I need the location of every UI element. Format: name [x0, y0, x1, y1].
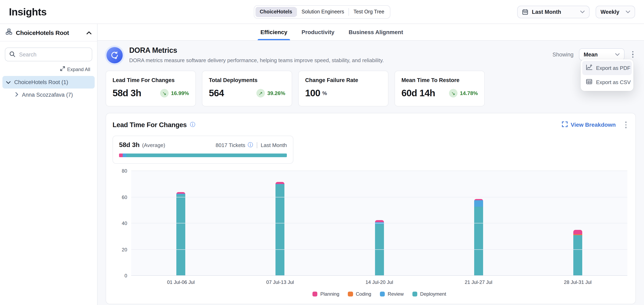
aggregation-value: Mean	[584, 51, 598, 57]
date-range-select[interactable]: Last Month	[517, 5, 590, 18]
phase-progress-bar	[119, 154, 287, 157]
progress-segment-deployment	[126, 154, 287, 157]
chart-legend: PlanningCodingReviewDeployment	[131, 291, 627, 297]
tab-productivity[interactable]: Productivity	[302, 24, 334, 40]
y-tick-label: 0	[112, 273, 127, 279]
top-bar: Insights ChoiceHotels Solution Engineers…	[0, 0, 644, 24]
search-input[interactable]	[5, 47, 92, 61]
bar-segment-planning	[176, 192, 185, 194]
chart-title: Lead Time For Changes	[112, 121, 187, 129]
bar-slot	[429, 171, 528, 276]
calendar-icon	[522, 9, 528, 15]
showing-label: Showing	[552, 51, 574, 57]
legend-item-deployment: Deployment	[412, 291, 446, 297]
legend-label: Planning	[320, 291, 339, 297]
stacked-bar	[276, 182, 284, 276]
expand-all-label: Expand All	[67, 66, 90, 72]
stacked-bar	[375, 220, 384, 276]
org-tab-choicehotels[interactable]: ChoiceHotels	[255, 7, 296, 17]
insights-app: Insights ChoiceHotels Solution Engineers…	[0, 0, 644, 305]
view-breakdown-button[interactable]: View Breakdown	[562, 121, 616, 128]
card-total-deployments: Total Deployments 564 ↗ 39.26%	[202, 71, 292, 106]
main-tab-bar: Efficiency Productivity Business Alignme…	[98, 24, 644, 41]
gridline	[131, 171, 627, 171]
info-icon[interactable]: ⓘ	[190, 121, 195, 129]
progress-segment-planning	[119, 154, 122, 157]
plot-area: 020406080	[131, 171, 627, 276]
bar-slot	[528, 171, 627, 276]
bar-segment-deployment	[276, 184, 284, 276]
collapse-sidebar-icon[interactable]	[86, 29, 92, 36]
gridline	[131, 223, 627, 223]
card-value: 60d 14h	[402, 88, 435, 99]
menu-item-label: Export as CSV	[596, 79, 631, 85]
gridline	[131, 275, 627, 276]
average-label: (Average)	[142, 142, 165, 148]
bar-slot	[230, 171, 330, 276]
tab-business-alignment[interactable]: Business Alignment	[348, 24, 403, 40]
bar-segment-deployment	[176, 195, 185, 276]
search-icon	[9, 51, 16, 59]
page-title: Insights	[9, 6, 46, 18]
menu-item-export-pdf[interactable]: Export as PDF	[582, 61, 632, 75]
granularity-value: Weekly	[600, 9, 620, 15]
chevron-down-icon[interactable]	[6, 79, 10, 85]
org-tree-icon	[6, 28, 12, 36]
lead-time-chart: 020406080 01 Jul-06 Jul07 Jul-13 Jul14 J…	[112, 171, 629, 297]
bar-segment-planning	[375, 220, 384, 222]
expand-all-button[interactable]: Expand All	[7, 66, 90, 72]
tab-efficiency[interactable]: Efficiency	[260, 24, 287, 40]
card-title: Lead Time For Changes	[112, 77, 189, 83]
legend-label: Coding	[356, 291, 371, 297]
bar-segment-planning	[573, 230, 582, 235]
tree-item-root[interactable]: ChoiceHotels Root (1)	[2, 76, 95, 88]
org-tree: ChoiceHotels Root (1) Anna Scozzafava (7…	[0, 76, 97, 101]
org-tab-solution-engineers[interactable]: Solution Engineers	[297, 7, 348, 17]
menu-item-label: Export as PDF	[596, 65, 630, 71]
bar-segment-deployment	[375, 224, 384, 276]
y-tick-label: 60	[112, 194, 127, 200]
y-tick-label: 80	[112, 168, 127, 174]
card-value: 564	[209, 88, 224, 99]
card-lead-time-for-changes: Lead Time For Changes 58d 3h ↘ 16.99%	[106, 71, 196, 106]
kebab-menu-icon[interactable]	[630, 49, 636, 59]
menu-item-export-csv[interactable]: Export as CSV	[582, 75, 632, 89]
gridline	[131, 249, 627, 250]
legend-swatch	[412, 292, 417, 297]
main-panel: Efficiency Productivity Business Alignme…	[98, 24, 644, 305]
legend-swatch	[348, 292, 353, 297]
org-tab-test-org-tree[interactable]: Test Org Tree	[349, 7, 389, 17]
info-icon[interactable]: ⓘ	[248, 141, 253, 149]
legend-swatch	[380, 292, 385, 297]
table-icon	[586, 78, 592, 86]
legend-item-coding: Coding	[348, 291, 371, 297]
card-title: Change Failure Rate	[305, 77, 382, 83]
chevron-down-icon	[626, 10, 630, 13]
lead-time-chart-card: Lead Time For Changes ⓘ View Breakdown	[106, 113, 636, 304]
date-range-value: Last Month	[532, 9, 561, 15]
card-title: Total Deployments	[209, 77, 285, 83]
x-tick-label: 07 Jul-13 Jul	[230, 280, 330, 285]
granularity-select[interactable]: Weekly	[596, 5, 635, 18]
average-value: 58d 3h	[119, 141, 140, 148]
kebab-menu-icon[interactable]	[623, 120, 629, 130]
bar-segment-review	[474, 200, 483, 207]
legend-item-review: Review	[380, 291, 404, 297]
x-tick-label: 21 Jul-27 Jul	[429, 280, 528, 285]
x-tick-label: 14 Jul-20 Jul	[330, 280, 429, 285]
chevron-down-icon	[615, 53, 620, 56]
card-change-failure-rate: Change Failure Rate 100 %	[298, 71, 388, 106]
sidebar-title: ChoiceHotels Root	[16, 29, 83, 36]
tree-item-anna-scozzafava[interactable]: Anna Scozzafava (7)	[12, 88, 95, 101]
org-segmented-control: ChoiceHotels Solution Engineers Test Org…	[254, 5, 390, 19]
aggregation-select[interactable]: Mean	[579, 48, 624, 60]
x-axis-labels: 01 Jul-06 Jul07 Jul-13 Jul14 Jul-20 Jul2…	[131, 280, 627, 285]
trend-down-icon: ↘	[449, 89, 458, 97]
delta-value: 16.99%	[171, 90, 189, 96]
chevron-right-icon[interactable]	[16, 92, 18, 98]
card-value: 100	[305, 88, 320, 99]
card-title: Mean Time To Restore	[402, 77, 478, 83]
stacked-bar	[176, 192, 185, 276]
bar-slot	[131, 171, 230, 276]
expand-corners-icon	[562, 121, 568, 128]
